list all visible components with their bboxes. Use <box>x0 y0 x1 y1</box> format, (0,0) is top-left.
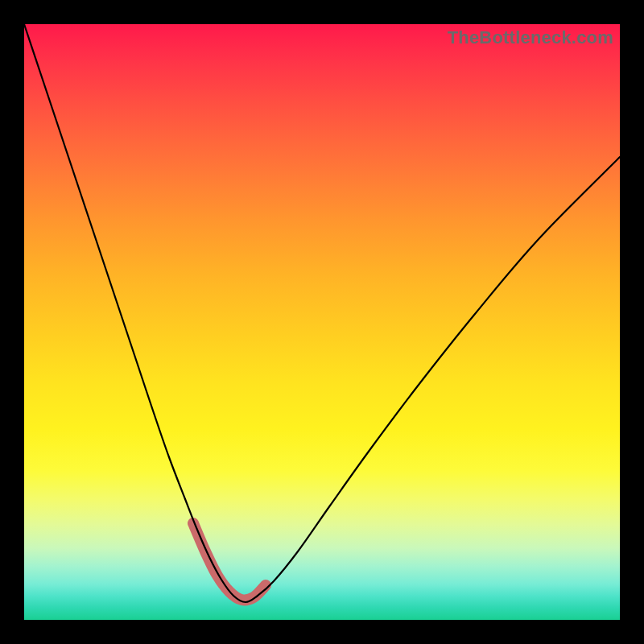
chart-plot-area: TheBottleneck.com <box>24 24 620 620</box>
chart-svg <box>24 24 620 620</box>
curve-highlight-segment <box>193 523 266 601</box>
bottleneck-curve <box>24 24 620 602</box>
